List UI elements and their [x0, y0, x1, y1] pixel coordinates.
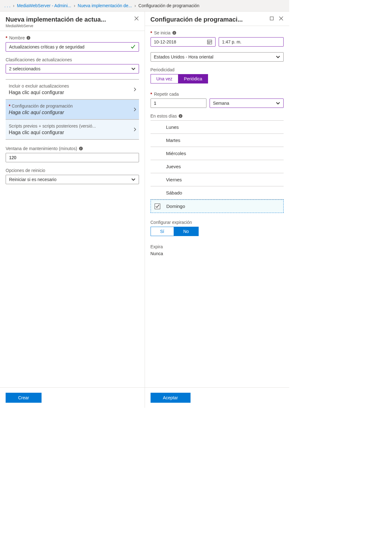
repeat-unit-select[interactable]: Semana [210, 98, 284, 108]
day-tuesday[interactable]: Martes [151, 134, 284, 147]
right-header: Configuración de programaci... [145, 12, 290, 26]
close-icon[interactable] [279, 16, 284, 21]
schedule-config-item[interactable]: *Configuración de programación Haga clic… [6, 100, 139, 120]
required-marker: * [151, 30, 152, 35]
start-label: Se inicia [154, 30, 171, 35]
days-label: En estos días [151, 114, 177, 119]
create-button[interactable]: Crear [6, 393, 42, 403]
svg-rect-5 [211, 42, 211, 43]
recurring-button[interactable]: Periódica [178, 74, 208, 83]
expire-label: Configurar expiración [151, 220, 192, 225]
include-title: Incluir o excluir actualizaciones [9, 83, 133, 88]
chevron-right-icon: › [13, 3, 14, 8]
chevron-down-icon [276, 101, 280, 105]
start-time-value: 1:47 p. m. [222, 39, 241, 44]
name-label: Nombre [9, 35, 25, 40]
classifications-value: 2 seleccionados [9, 66, 40, 71]
required-marker: * [151, 92, 152, 97]
expiration-toggle: Sí No [151, 227, 284, 236]
classifications-select[interactable]: 2 seleccionados [6, 64, 139, 73]
maximize-icon[interactable] [269, 16, 274, 21]
info-icon[interactable]: i [179, 114, 182, 118]
info-icon[interactable]: i [27, 36, 30, 40]
chevron-down-icon [276, 55, 280, 59]
yes-button[interactable]: Sí [151, 227, 174, 236]
chevron-right-icon [133, 127, 137, 132]
day-monday[interactable]: Lunes [151, 121, 284, 134]
chevron-right-icon: › [74, 3, 75, 8]
day-sunday-label: Domingo [166, 204, 185, 209]
reboot-value: Reiniciar si es necesario [9, 177, 57, 182]
chevron-right-icon [133, 87, 137, 92]
left-title: Nueva implementación de actua... [6, 16, 106, 23]
svg-rect-6 [208, 43, 209, 43]
left-subtitle: MediaWebServe [6, 24, 106, 28]
maintenance-input[interactable] [6, 153, 139, 162]
svg-rect-0 [270, 17, 274, 20]
classifications-label: Clasificaciones de actualizaciones [6, 57, 72, 62]
chevron-right-icon: › [134, 3, 136, 8]
repeat-label: Repetir cada [154, 92, 179, 97]
checkbox-checked-icon[interactable] [155, 204, 160, 209]
maintenance-label: Ventana de mantenimiento (minutos) [6, 146, 77, 151]
day-friday[interactable]: Viernes [151, 173, 284, 186]
expires-label: Expira [151, 244, 163, 249]
timezone-select[interactable]: Estados Unidos - Hora oriental [151, 52, 284, 62]
scripts-title: Scripts previos + scripts posteriores (v… [9, 124, 133, 129]
chevron-right-icon [133, 107, 137, 112]
periodicity-label: Periodicidad [151, 67, 175, 72]
start-date-value: 10-12-2018 [154, 39, 176, 44]
once-button[interactable]: Una vez [151, 74, 178, 83]
day-sunday[interactable]: Domingo [151, 199, 284, 213]
name-value: Actualizaciones críticas y de seguridad [9, 44, 84, 49]
check-icon [131, 44, 136, 49]
scripts-sub: Haga clic aquí configurar [9, 130, 133, 135]
start-date-input[interactable]: 10-12-2018 [151, 37, 216, 47]
svg-rect-3 [208, 42, 209, 43]
right-panel: Configuración de programaci... * Se inic… [145, 12, 290, 408]
days-list: Lunes Martes Miércoles Jueves Viernes Sá… [151, 120, 284, 213]
name-input[interactable]: Actualizaciones críticas y de seguridad [6, 42, 139, 52]
include-sub: Haga clic aquí configurar [9, 90, 133, 95]
left-panel: Nueva implementación de actua... MediaWe… [0, 12, 145, 408]
timezone-value: Estados Unidos - Hora oriental [154, 54, 214, 59]
required-marker: * [6, 35, 7, 40]
chevron-down-icon [131, 177, 136, 182]
scripts-item[interactable]: Scripts previos + scripts posteriores (v… [6, 120, 139, 140]
periodicity-toggle: Una vez Periódica [151, 74, 284, 83]
no-button[interactable]: No [174, 227, 199, 236]
right-title: Configuración de programaci... [151, 16, 243, 23]
day-wednesday[interactable]: Miércoles [151, 147, 284, 160]
include-exclude-item[interactable]: Incluir o excluir actualizaciones Haga c… [6, 80, 139, 100]
info-icon[interactable]: i [79, 147, 83, 150]
day-saturday[interactable]: Sábado [151, 186, 284, 199]
start-time-input[interactable]: 1:47 p. m. [219, 37, 284, 47]
config-list: Incluir o excluir actualizaciones Haga c… [6, 79, 139, 140]
expires-value: Nunca [151, 251, 284, 256]
schedule-sub: Haga clic aquí configurar [9, 110, 133, 115]
breadcrumb-ellipsis[interactable]: . . . [4, 3, 10, 8]
left-header: Nueva implementación de actua... MediaWe… [0, 12, 145, 31]
chevron-down-icon [131, 67, 136, 71]
breadcrumb-link-2[interactable]: Nueva implementación de... [78, 3, 132, 8]
day-thursday[interactable]: Jueves [151, 160, 284, 173]
repeat-value-input[interactable] [151, 98, 206, 108]
reboot-label: Opciones de reinicio [6, 168, 45, 173]
calendar-icon [207, 39, 212, 44]
breadcrumb-current: Configuración de programación [138, 3, 199, 8]
accept-button[interactable]: Aceptar [151, 393, 191, 403]
svg-rect-4 [209, 42, 210, 43]
svg-rect-7 [209, 43, 210, 43]
breadcrumb: . . . › MediaWebServer - Admini... › Nue… [0, 0, 289, 12]
reboot-select[interactable]: Reiniciar si es necesario [6, 175, 139, 184]
info-icon[interactable]: i [172, 31, 176, 35]
breadcrumb-link-1[interactable]: MediaWebServer - Admini... [17, 3, 71, 8]
repeat-unit-value: Semana [213, 101, 229, 106]
close-icon[interactable] [134, 16, 139, 21]
schedule-title: *Configuración de programación [9, 103, 133, 108]
